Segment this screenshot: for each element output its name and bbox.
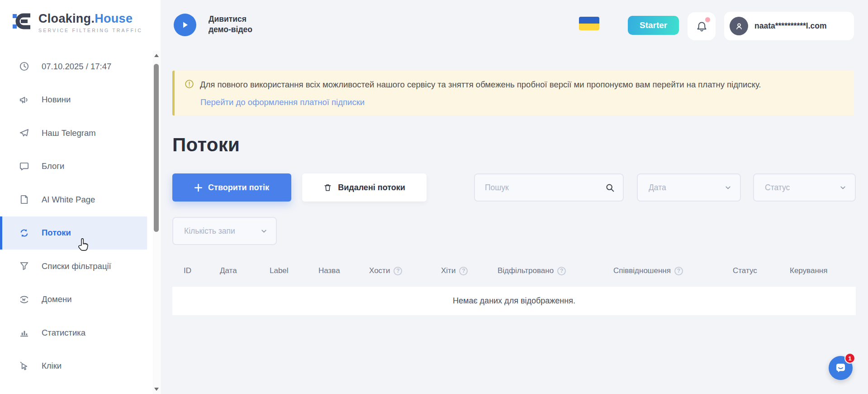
brand-name: Cloaking.House	[38, 12, 142, 26]
chat-smile-icon	[835, 362, 847, 374]
sidebar-item-domains[interactable]: Домени	[0, 283, 147, 317]
col-id: ID	[184, 266, 191, 275]
help-icon[interactable]: ?	[394, 267, 402, 275]
sidebar-item-statistics[interactable]: Статистика	[0, 316, 147, 350]
sidebar: Cloaking.House SERVICE FILTERING TRAFFIC…	[0, 0, 161, 394]
sidebar-item-ai-white-page[interactable]: AI White Page	[0, 183, 147, 216]
sidebar-item-label: Новини	[42, 95, 71, 105]
help-icon[interactable]: ?	[557, 267, 566, 275]
col-label: Label	[270, 266, 289, 275]
col-filtered: Відфільтровано?	[498, 266, 566, 275]
col-hits: Хіти?	[441, 266, 468, 275]
sidebar-item-streams[interactable]: Потоки	[0, 216, 147, 250]
user-menu[interactable]: naata**********l.com	[724, 12, 854, 40]
plan-badge[interactable]: Starter	[628, 16, 679, 35]
trash-icon	[323, 183, 332, 192]
demo-video-play-button[interactable]	[174, 14, 196, 36]
status-filter-select[interactable]: Статус	[753, 173, 856, 202]
col-date: Дата	[220, 266, 237, 275]
search-icon[interactable]	[605, 183, 615, 192]
stats-icon	[19, 327, 29, 338]
sidebar-item-label: Блоги	[42, 161, 64, 171]
banner-text: Для повного використання всіх можливосте…	[200, 79, 761, 91]
page-icon	[19, 194, 29, 205]
date-filter-select[interactable]: Дата	[637, 173, 741, 202]
scrollbar-thumb[interactable]	[154, 64, 159, 232]
sidebar-item-news[interactable]: Новини	[0, 83, 147, 117]
col-actions: Керування	[790, 266, 827, 275]
scroll-down-icon[interactable]	[154, 388, 159, 391]
sidebar-nav: 07.10.2025 / 17:47 Новини Наш Telegram	[0, 50, 147, 383]
logo-mark-icon	[12, 11, 33, 34]
sidebar-item-label: Статистика	[42, 328, 85, 338]
col-hosts: Хости?	[369, 266, 402, 275]
sidebar-item-telegram[interactable]: Наш Telegram	[0, 116, 147, 150]
chat-unread-badge: 1	[844, 353, 855, 364]
chat-launcher-button[interactable]: 1	[829, 356, 853, 380]
chevron-down-icon	[260, 227, 268, 235]
chat-bubble-icon	[19, 161, 29, 172]
bell-icon	[696, 20, 708, 33]
warning-icon	[185, 79, 194, 91]
col-status: Статус	[733, 266, 757, 275]
create-stream-button[interactable]: Створити потік	[172, 173, 291, 202]
chevron-down-icon	[839, 184, 847, 192]
clock-icon	[19, 61, 29, 72]
demo-video-label[interactable]: Дивитися демо-відео	[209, 14, 252, 35]
help-icon[interactable]: ?	[459, 267, 468, 275]
telegram-icon	[19, 128, 29, 139]
col-ratio: Співвідношення?	[613, 266, 683, 275]
sidebar-item-clicks[interactable]: Кліки	[0, 350, 147, 383]
language-flag-ukraine-icon[interactable]	[579, 17, 599, 30]
sidebar-item-label: Наш Telegram	[42, 128, 96, 138]
search-field	[474, 173, 624, 202]
sidebar-scrollbar[interactable]	[153, 51, 160, 394]
domain-icon	[19, 294, 29, 305]
sidebar-item-label: Потоки	[42, 228, 71, 238]
sidebar-datetime-label: 07.10.2025 / 17:47	[42, 62, 111, 72]
brand-tagline: SERVICE FILTERING TRAFFIC	[38, 28, 142, 33]
plus-icon	[194, 184, 202, 192]
play-icon	[181, 21, 189, 29]
sidebar-item-label: Домени	[42, 294, 72, 304]
funnel-icon	[19, 261, 29, 272]
search-input[interactable]	[485, 183, 605, 192]
sidebar-item-datetime: 07.10.2025 / 17:47	[0, 50, 147, 83]
sidebar-item-filter-lists[interactable]: Списки фільтрації	[0, 250, 147, 283]
sidebar-item-blogs[interactable]: Блоги	[0, 150, 147, 183]
notifications-button[interactable]	[688, 12, 716, 40]
table-empty-state: Немає даних для відображення.	[172, 287, 856, 315]
scroll-up-icon[interactable]	[154, 54, 159, 57]
notification-dot	[705, 17, 710, 22]
help-icon[interactable]: ?	[674, 267, 683, 275]
col-name: Назва	[318, 266, 340, 275]
per-page-select[interactable]: Кількість запи	[172, 217, 277, 245]
avatar	[730, 17, 748, 35]
streams-table-header: ID Дата Label Назва Хости? Хіти? Відфіль…	[172, 266, 856, 282]
logo[interactable]: Cloaking.House SERVICE FILTERING TRAFFIC	[0, 0, 161, 34]
user-email: naata**********l.com	[754, 21, 827, 31]
click-icon	[19, 360, 29, 371]
sync-icon	[19, 227, 29, 238]
upgrade-subscription-link[interactable]: Перейти до оформлення платної підписки	[200, 97, 365, 107]
sidebar-item-label: AI White Page	[42, 195, 95, 205]
sidebar-item-label: Кліки	[42, 361, 62, 371]
page-title: Потоки	[172, 134, 240, 156]
chevron-down-icon	[724, 184, 732, 192]
deleted-streams-button[interactable]: Видалені потоки	[302, 173, 427, 202]
sidebar-item-label: Списки фільтрації	[42, 261, 111, 271]
trial-warning-banner: Для повного використання всіх можливосте…	[172, 71, 854, 115]
megaphone-icon	[19, 94, 29, 105]
